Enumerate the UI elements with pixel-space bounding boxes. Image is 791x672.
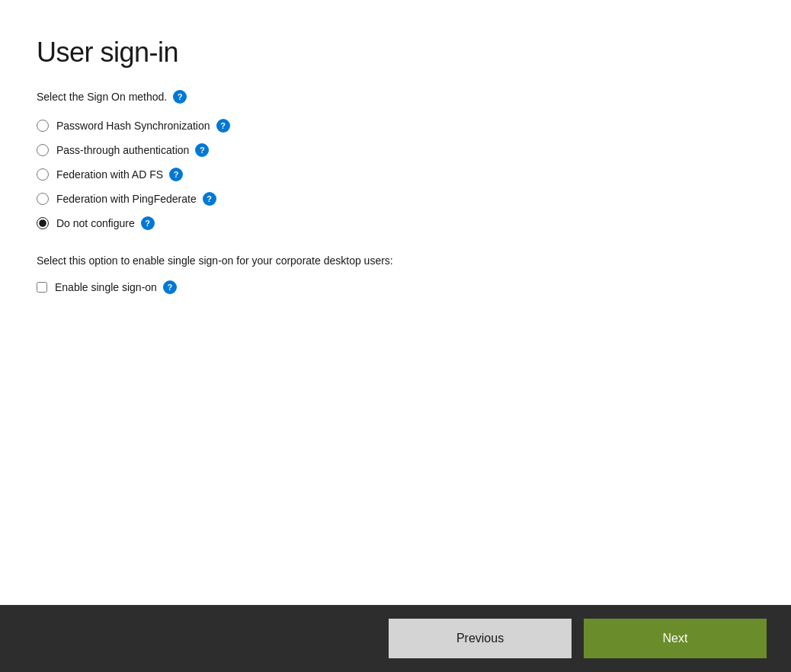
- radio-item-do-not-configure[interactable]: Do not configure ?: [37, 216, 754, 230]
- radio-adfs[interactable]: [37, 168, 49, 181]
- pingfederate-help-icon[interactable]: ?: [203, 192, 216, 206]
- password-hash-help-icon[interactable]: ?: [216, 119, 230, 133]
- radio-label-adfs: Federation with AD FS: [56, 168, 163, 181]
- radio-label-password-hash: Password Hash Synchronization: [56, 120, 210, 132]
- radio-passthrough[interactable]: [37, 144, 49, 156]
- footer: Previous Next: [0, 605, 791, 672]
- radio-label-do-not-configure: Do not configure: [56, 217, 135, 229]
- radio-do-not-configure[interactable]: [37, 217, 49, 229]
- radio-pingfederate[interactable]: [37, 193, 49, 205]
- do-not-configure-help-icon[interactable]: ?: [141, 216, 155, 230]
- radio-item-pingfederate[interactable]: Federation with PingFederate ?: [37, 192, 754, 206]
- adfs-help-icon[interactable]: ?: [169, 168, 183, 181]
- enable-sso-checkbox[interactable]: [37, 282, 47, 293]
- radio-item-passthrough[interactable]: Pass-through authentication ?: [37, 143, 754, 157]
- previous-button[interactable]: Previous: [389, 619, 572, 658]
- enable-sso-label: Enable single sign-on: [55, 281, 157, 293]
- radio-label-passthrough: Pass-through authentication: [56, 144, 189, 156]
- radio-label-pingfederate: Federation with PingFederate: [56, 193, 197, 205]
- page-title: User sign-in: [37, 37, 754, 69]
- main-content: User sign-in Select the Sign On method. …: [0, 0, 791, 605]
- sso-help-icon[interactable]: ?: [163, 280, 177, 294]
- sso-section-label: Select this option to enable single sign…: [37, 254, 754, 267]
- radio-password-hash[interactable]: [37, 120, 49, 132]
- section-label: Select the Sign On method. ?: [37, 90, 754, 104]
- radio-item-password-hash[interactable]: Password Hash Synchronization ?: [37, 119, 754, 133]
- passthrough-help-icon[interactable]: ?: [195, 143, 209, 157]
- next-button[interactable]: Next: [584, 619, 767, 658]
- sso-checkbox-item[interactable]: Enable single sign-on ?: [37, 280, 754, 294]
- radio-item-adfs[interactable]: Federation with AD FS ?: [37, 168, 754, 181]
- sso-section: Select this option to enable single sign…: [37, 254, 754, 294]
- sign-on-method-radio-group: Password Hash Synchronization ? Pass-thr…: [37, 119, 754, 230]
- sign-on-method-help-icon[interactable]: ?: [173, 90, 187, 104]
- section-label-text: Select the Sign On method.: [37, 91, 167, 103]
